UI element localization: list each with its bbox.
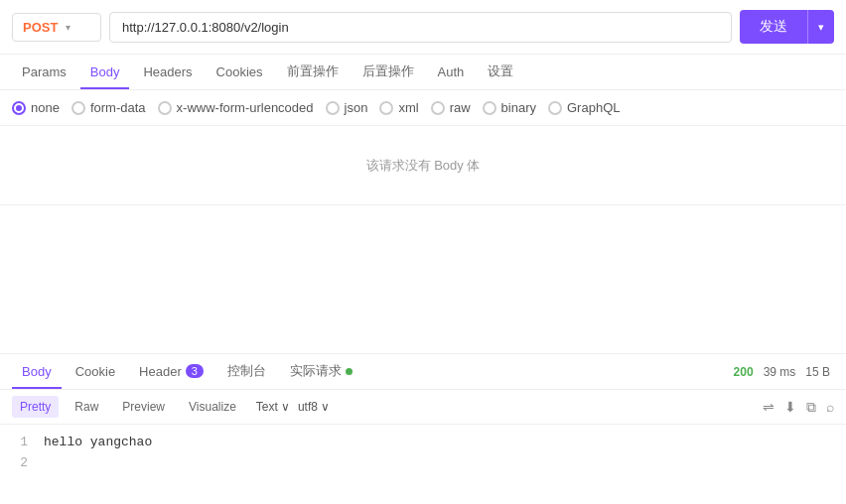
view-actions: ⇌ ⬇ ⧉ ⌕ (763, 399, 834, 416)
tab-settings[interactable]: 设置 (478, 55, 523, 90)
option-raw[interactable]: raw (431, 100, 471, 115)
resp-tab-cookie[interactable]: Cookie (66, 356, 125, 389)
search-icon[interactable]: ⌕ (826, 399, 834, 415)
view-tab-preview[interactable]: Preview (114, 396, 173, 418)
code-area: 1 hello yangchao 2 (0, 425, 846, 504)
option-json[interactable]: json (326, 100, 368, 115)
code-line-1: 1 hello yangchao (12, 433, 834, 453)
radio-binary (483, 101, 496, 115)
header-badge: 3 (186, 364, 204, 378)
method-dropdown-icon: ▾ (66, 22, 70, 33)
url-input[interactable] (109, 12, 732, 43)
option-none[interactable]: none (12, 100, 60, 115)
request-tabs: Params Body Headers Cookies 前置操作 后置操作 Au… (0, 55, 846, 90)
radio-xml (379, 101, 393, 115)
tab-post-action[interactable]: 后置操作 (352, 55, 424, 90)
radio-form-data (71, 101, 85, 115)
body-options: none form-data x-www-form-urlencoded jso… (0, 90, 846, 126)
send-button[interactable]: 发送 (740, 10, 807, 44)
resp-tab-actual-request[interactable]: 实际请求 (280, 354, 362, 390)
encoding-chevron-icon: ∨ (321, 400, 330, 414)
tab-pre-action[interactable]: 前置操作 (277, 55, 349, 90)
tab-cookies[interactable]: Cookies (207, 57, 273, 89)
request-bar: POST ▾ 发送 ▾ (0, 0, 846, 55)
radio-json (326, 101, 340, 115)
send-dropdown-button[interactable]: ▾ (807, 10, 834, 44)
response-meta: 200 39 ms 15 B (734, 365, 834, 379)
view-tab-pretty[interactable]: Pretty (12, 396, 59, 418)
download-icon[interactable]: ⬇ (784, 399, 796, 415)
response-tabs: Body Cookie Header 3 控制台 实际请求 (12, 354, 734, 389)
radio-none (12, 101, 26, 115)
code-line-2: 2 (12, 453, 834, 474)
option-xml[interactable]: xml (379, 100, 418, 115)
body-view-tabs: Pretty Raw Preview Visualize Text ∨ utf8… (0, 390, 846, 425)
no-body-message: 该请求没有 Body 体 (0, 126, 846, 205)
option-binary[interactable]: binary (483, 100, 536, 115)
radio-raw (431, 101, 445, 115)
dot-green-icon (346, 368, 352, 375)
response-size: 15 B (805, 365, 830, 379)
status-code: 200 (734, 365, 754, 379)
response-section: Body Cookie Header 3 控制台 实际请求 200 (0, 353, 846, 504)
option-graphql[interactable]: GraphQL (548, 100, 620, 115)
radio-graphql (548, 101, 562, 115)
view-tab-raw[interactable]: Raw (67, 396, 106, 418)
response-time: 39 ms (764, 365, 796, 379)
radio-urlencoded (158, 101, 172, 115)
resp-tab-header[interactable]: Header 3 (129, 356, 213, 389)
tab-body[interactable]: Body (80, 57, 130, 89)
wrap-icon[interactable]: ⇌ (763, 399, 775, 415)
resp-tab-console[interactable]: 控制台 (217, 354, 276, 390)
method-select[interactable]: POST ▾ (12, 13, 101, 42)
response-tabs-row: Body Cookie Header 3 控制台 实际请求 200 (0, 354, 846, 390)
copy-icon[interactable]: ⧉ (806, 399, 816, 416)
option-x-www-form-urlencoded[interactable]: x-www-form-urlencoded (158, 100, 314, 115)
resp-tab-body[interactable]: Body (12, 356, 62, 389)
option-form-data[interactable]: form-data (71, 100, 146, 115)
format-select[interactable]: Text ∨ (256, 400, 290, 414)
spacer (0, 205, 846, 353)
send-btn-group: 发送 ▾ (740, 10, 834, 44)
tab-auth[interactable]: Auth (428, 57, 475, 89)
format-chevron-icon: ∨ (281, 400, 290, 414)
method-label: POST (23, 20, 58, 35)
tab-params[interactable]: Params (12, 57, 76, 89)
encoding-select[interactable]: utf8 ∨ (298, 400, 330, 414)
view-tab-visualize[interactable]: Visualize (181, 396, 244, 418)
tab-headers[interactable]: Headers (133, 57, 202, 89)
